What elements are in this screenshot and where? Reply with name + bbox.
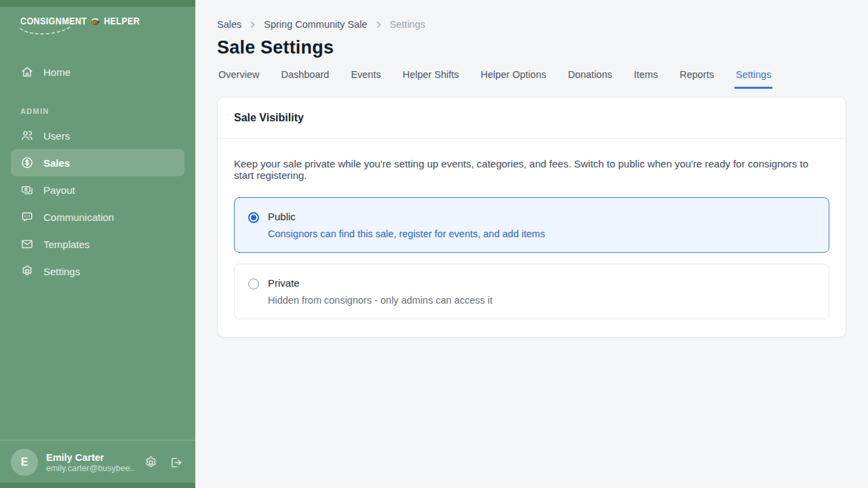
- tab-reports[interactable]: Reports: [678, 69, 715, 89]
- option-description: Hidden from consignors - only admins can…: [268, 295, 492, 306]
- banknotes-icon: [20, 183, 34, 197]
- tab-helper-shifts[interactable]: Helper Shifts: [401, 69, 460, 89]
- option-private-text: Private Hidden from consignors - only ad…: [268, 277, 492, 306]
- tab-items[interactable]: Items: [633, 69, 659, 89]
- sidebar-item-communication[interactable]: Communication: [11, 203, 184, 230]
- chat-bubble-icon: [20, 210, 34, 224]
- visibility-card: Sale Visibility Keep your sale private w…: [217, 97, 846, 338]
- sidebar-item-label: Settings: [43, 266, 80, 277]
- user-name: Emily Carter: [46, 451, 134, 464]
- sidebar-item-label: Home: [43, 66, 71, 78]
- option-label: Private: [268, 277, 492, 289]
- chevron-right-icon: [374, 20, 384, 30]
- sidebar-item-settings[interactable]: Settings: [11, 258, 184, 285]
- option-public-text: Public Consignors can find this sale, re…: [268, 211, 545, 239]
- sidebar-item-sales[interactable]: Sales: [11, 149, 184, 176]
- brand-name-left: CONSIGNMENT: [20, 16, 87, 26]
- home-icon: [20, 65, 34, 79]
- sidebar-item-label: Sales: [43, 157, 70, 169]
- bee-trail-decoration: [19, 26, 72, 38]
- sidebar-nav: Home ADMIN Users: [0, 42, 195, 285]
- sidebar-section-label: ADMIN: [11, 107, 184, 115]
- sidebar-user-footer: E Emily Carter emily.carter@busybee....: [0, 440, 195, 488]
- gear-icon: [144, 455, 158, 470]
- tab-settings[interactable]: Settings: [734, 69, 772, 89]
- logout-button[interactable]: [167, 454, 184, 471]
- page-title: Sale Settings: [217, 37, 846, 58]
- chevron-right-icon: [248, 20, 258, 30]
- visibility-description: Keep your sale private while you're sett…: [234, 158, 829, 181]
- bee-icon: [90, 17, 100, 26]
- user-settings-button[interactable]: [142, 454, 159, 471]
- tab-donations[interactable]: Donations: [566, 69, 613, 89]
- tab-helper-options[interactable]: Helper Options: [479, 69, 548, 89]
- option-public[interactable]: Public Consignors can find this sale, re…: [234, 197, 829, 253]
- gear-icon: [20, 264, 34, 278]
- brand-name-right: HELPER: [104, 16, 140, 26]
- card-title: Sale Visibility: [234, 112, 829, 124]
- logout-icon: [169, 455, 183, 470]
- breadcrumb-current: Settings: [390, 19, 425, 30]
- dollar-circle-icon: [20, 156, 34, 169]
- card-body: Keep your sale private while you're sett…: [218, 139, 846, 337]
- breadcrumb-sales[interactable]: Sales: [217, 19, 241, 30]
- option-description: Consignors can find this sale, register …: [268, 228, 545, 239]
- breadcrumb-sale-name[interactable]: Spring Community Sale: [264, 19, 367, 30]
- sidebar-item-label: Templates: [43, 239, 90, 250]
- envelope-icon: [20, 237, 34, 251]
- radio-private[interactable]: [248, 279, 259, 289]
- radio-public[interactable]: [248, 212, 259, 223]
- tab-dashboard[interactable]: Dashboard: [279, 69, 330, 89]
- option-private[interactable]: Private Hidden from consignors - only ad…: [234, 264, 829, 319]
- sidebar-item-label: Communication: [43, 211, 114, 223]
- tab-bar: Overview Dashboard Events Helper Shifts …: [217, 69, 846, 89]
- sidebar-item-label: Users: [43, 130, 70, 142]
- sidebar-item-payout[interactable]: Payout: [11, 176, 184, 203]
- card-header: Sale Visibility: [218, 98, 846, 139]
- sidebar-item-users[interactable]: Users: [11, 122, 184, 149]
- user-email: emily.carter@busybee....: [46, 464, 134, 473]
- sidebar-item-templates[interactable]: Templates: [11, 230, 184, 258]
- tab-overview[interactable]: Overview: [217, 69, 260, 89]
- sidebar-item-label: Payout: [43, 184, 75, 196]
- sidebar-item-home[interactable]: Home: [11, 58, 184, 85]
- main-content: Sales Spring Community Sale Settings Sal…: [195, 0, 868, 488]
- brand-logo: CONSIGNMENT HELPER: [0, 0, 195, 42]
- tab-events[interactable]: Events: [349, 69, 382, 89]
- avatar: E: [11, 449, 38, 476]
- sidebar: CONSIGNMENT HELPER: [0, 0, 195, 488]
- option-label: Public: [268, 211, 545, 222]
- user-meta: Emily Carter emily.carter@busybee....: [46, 451, 134, 473]
- breadcrumb: Sales Spring Community Sale Settings: [217, 19, 846, 30]
- users-icon: [20, 129, 34, 142]
